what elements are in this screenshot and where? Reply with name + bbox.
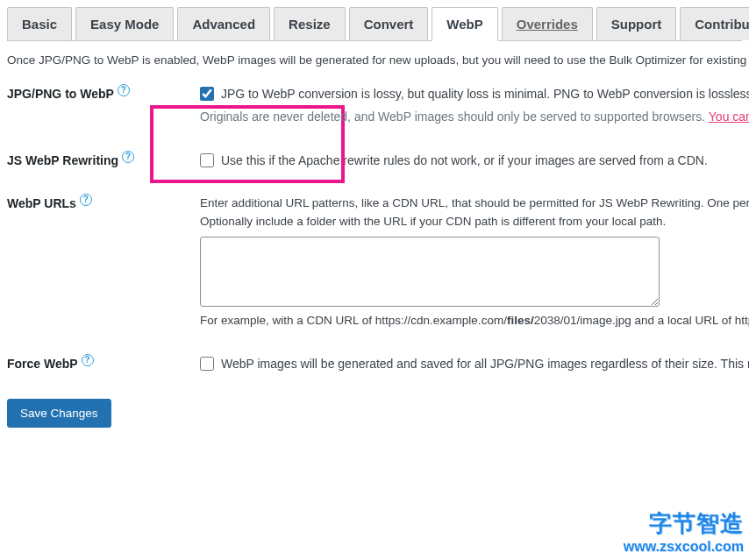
label-force-webp: Force WebP ?	[7, 355, 182, 371]
tab-contribute[interactable]: Contribute	[680, 7, 749, 40]
label-text: Force WebP	[7, 357, 78, 371]
ex-pre: For example, with a CDN URL of https://c…	[200, 314, 507, 327]
checkbox-jpg-png-to-webp[interactable]	[200, 87, 214, 101]
checkbox-force-webp[interactable]	[200, 357, 214, 371]
label-text: WebP URLs	[7, 196, 76, 210]
row-force-webp: Force WebP ? WebP images will be generat…	[7, 355, 742, 374]
row-jpg-png-to-webp: JPG/PNG to WebP ? JPG to WebP conversion…	[7, 85, 742, 126]
urls-desc-2: Optionally include a folder with the URL…	[200, 213, 742, 231]
apache-link[interactable]: You can serve WebP with Apache.	[709, 110, 749, 124]
urls-desc-1: Enter additional URL patterns, like a CD…	[200, 195, 742, 213]
help-icon[interactable]: ?	[122, 151, 134, 163]
label-webp-urls: WebP URLs ?	[7, 195, 182, 210]
checkbox-desc: Use this if the Apache rewrite rules do …	[221, 152, 708, 171]
checkbox-desc: WebP images will be generated and saved …	[221, 355, 749, 374]
tab-support[interactable]: Support	[596, 7, 677, 40]
row-webp-urls: WebP URLs ? Enter additional URL pattern…	[7, 195, 742, 330]
help-icon[interactable]: ?	[80, 194, 92, 206]
webp-urls-textarea[interactable]	[200, 237, 660, 307]
tab-basic[interactable]: Basic	[7, 7, 72, 40]
row-js-webp-rewriting: JS WebP Rewriting ? Use this if the Apac…	[7, 152, 742, 171]
tab-convert[interactable]: Convert	[349, 7, 429, 40]
save-button[interactable]: Save Changes	[7, 399, 111, 428]
ex-bold-1: files/	[507, 314, 534, 327]
label-text: JPG/PNG to WebP	[7, 87, 114, 101]
label-js-webp-rewriting: JS WebP Rewriting ?	[7, 152, 182, 167]
note-text: Originals are never deleted, and WebP im…	[200, 110, 709, 124]
tab-easy-mode[interactable]: Easy Mode	[75, 7, 174, 40]
checkbox-desc: JPG to WebP conversion is lossy, but qua…	[221, 85, 749, 104]
help-icon[interactable]: ?	[118, 84, 130, 96]
label-jpg-png-to-webp: JPG/PNG to WebP ?	[7, 85, 182, 101]
urls-example: For example, with a CDN URL of https://c…	[200, 312, 742, 330]
tab-resize[interactable]: Resize	[274, 7, 346, 40]
ex-mid: 2038/01/image.jpg and a local URL of htt…	[534, 314, 749, 327]
label-text: JS WebP Rewriting	[7, 153, 118, 167]
settings-tabs: Basic Easy Mode Advanced Resize Convert …	[7, 7, 742, 41]
tab-webp[interactable]: WebP	[432, 7, 497, 41]
checkbox-js-webp-rewriting[interactable]	[200, 153, 214, 167]
intro-text: Once JPG/PNG to WebP is enabled, WebP im…	[7, 52, 742, 69]
tab-advanced[interactable]: Advanced	[177, 7, 270, 40]
help-icon[interactable]: ?	[82, 354, 94, 366]
tab-overrides[interactable]: Overrides	[502, 7, 593, 40]
